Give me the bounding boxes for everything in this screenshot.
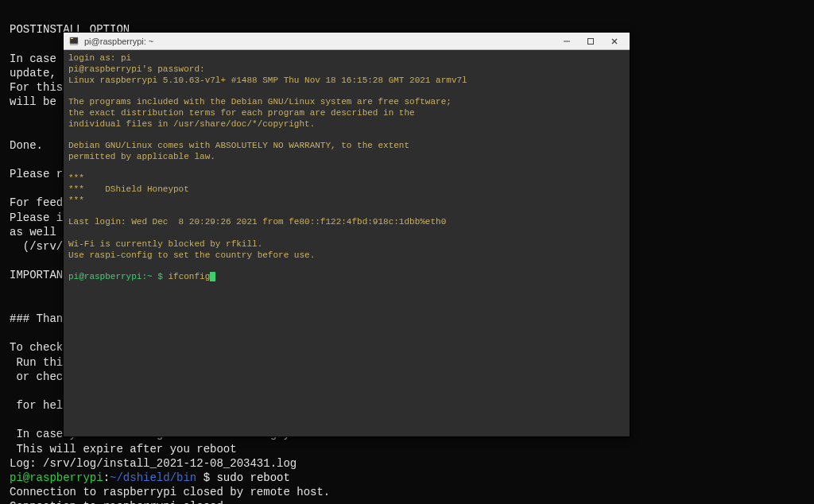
minimize-button[interactable] — [555, 33, 579, 49]
maximize-icon — [587, 37, 595, 45]
close-button[interactable] — [603, 33, 626, 49]
motd-line: Debian GNU/Linux comes with ABSOLUTELY N… — [68, 141, 409, 150]
svg-rect-1 — [71, 38, 73, 39]
terminal-line: Connection to raspberrypi closed by remo… — [10, 486, 330, 498]
motd-line: *** DShield Honeypot — [68, 184, 189, 194]
wifi-line: Use raspi-config to set the country befo… — [68, 250, 315, 260]
svg-rect-4 — [588, 38, 594, 44]
prompt-dollar: $ — [153, 272, 169, 281]
last-login: Last login: Wed Dec 8 20:29:26 2021 from… — [68, 217, 446, 227]
motd-line: the exact distribution terms for each pr… — [68, 108, 415, 118]
prompt-tilde: :~ — [141, 272, 152, 281]
maximize-button[interactable] — [579, 33, 603, 49]
linux-version: Linux raspberrypi 5.10.63-v7l+ #1488 SMP… — [68, 76, 467, 85]
terminal-line: Done. — [10, 139, 43, 152]
motd-line: *** — [68, 196, 84, 205]
prompt-command: sudo reboot — [216, 471, 289, 484]
cursor — [210, 272, 215, 281]
login-as: login as: pi — [68, 53, 131, 63]
prompt-user: pi@raspberrypi — [10, 471, 103, 484]
password-prompt: pi@raspberrypi's password: — [68, 64, 205, 74]
titlebar[interactable]: pi@raspberrypi: ~ — [64, 33, 630, 50]
putty-icon — [68, 36, 79, 47]
terminal-line: This will expire after you reboot — [10, 443, 237, 456]
window-title: pi@raspberrypi: ~ — [84, 37, 555, 46]
close-icon — [610, 37, 618, 45]
svg-rect-2 — [70, 44, 78, 45]
putty-window[interactable]: pi@raspberrypi: ~ login as: pi pi@raspbe… — [63, 32, 630, 437]
motd-line: permitted by applicable law. — [68, 152, 215, 161]
putty-terminal-body[interactable]: login as: pi pi@raspberrypi's password: … — [64, 50, 630, 436]
log-line: Log: /srv/log/install_2021-12-08_203431.… — [10, 457, 297, 470]
prompt-command[interactable]: ifconfig — [168, 272, 210, 281]
prompt-path: ~/dshield/bin — [110, 471, 196, 484]
minimize-icon — [563, 37, 571, 45]
prompt-user: pi@raspberrypi — [68, 272, 141, 281]
motd-line: individual files in /usr/share/doc/*/cop… — [68, 119, 315, 129]
motd-line: *** — [68, 173, 84, 183]
wifi-line: Wi-Fi is currently blocked by rfkill. — [68, 239, 262, 249]
motd-line: The programs included with the Debian GN… — [68, 97, 452, 107]
prompt-dollar: $ — [196, 471, 216, 484]
window-controls — [555, 33, 626, 49]
terminal-line: Connection to raspberrypi closed. — [10, 500, 230, 504]
